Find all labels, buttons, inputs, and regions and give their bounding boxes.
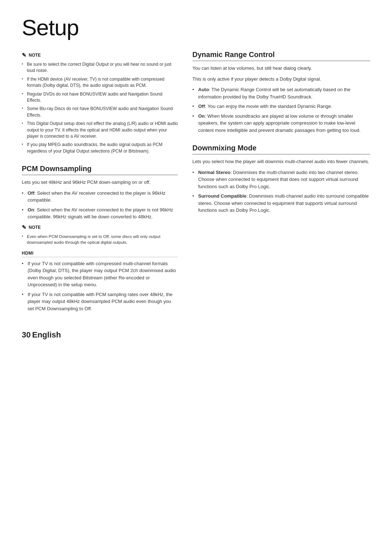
page-title: Setup	[22, 15, 370, 40]
list-item: Even when PCM Downsampling is set to Off…	[22, 234, 178, 246]
hdmi-bullet-list: If your TV is not compatible with compre…	[22, 260, 178, 312]
note-icon: ✎	[22, 52, 26, 58]
dynamic-range-title: Dynamic Range Control	[192, 50, 370, 61]
drc-off-text: : You can enjoy the movie with the stand…	[205, 104, 332, 109]
list-item: If the HDMI device (AV receiver, TV) is …	[22, 76, 178, 89]
dynamic-range-body1: You can listen at low volumes, but still…	[192, 65, 370, 72]
pcm-section-title: PCM Downsampling	[22, 165, 178, 175]
drc-auto-text: : The Dynamic Range Control will be set …	[198, 87, 351, 100]
pcm-note-box: ✎ NOTE Even when PCM Downsampling is set…	[22, 224, 178, 246]
pcm-note-label: ✎ NOTE	[22, 224, 178, 231]
top-note-label: ✎ NOTE	[22, 52, 178, 58]
pcm-on-term: On	[28, 207, 34, 213]
top-note-list: Be sure to select the correct Digital Ou…	[22, 61, 178, 154]
left-column: ✎ NOTE Be sure to select the correct Dig…	[22, 50, 178, 316]
list-item: This Digital Output setup does not effec…	[22, 121, 178, 139]
downmixing-title: Downmixing Mode	[192, 144, 370, 154]
pcm-downsampling-section: PCM Downsampling Lets you set 48kHz and …	[22, 165, 178, 246]
pcm-off-term: Off	[28, 190, 34, 196]
drc-on-text: : When Movie soundtracks are played at l…	[198, 113, 360, 133]
drc-auto-term: Auto	[198, 87, 209, 92]
list-item: Off: You can enjoy the movie with the st…	[192, 103, 370, 110]
downmixing-body: Lets you select how the player will down…	[192, 158, 370, 165]
normal-stereo-term: Normal Stereo	[198, 170, 230, 175]
top-note-box: ✎ NOTE Be sure to select the correct Dig…	[22, 52, 178, 154]
footer-page-number: 30	[22, 330, 30, 339]
dynamic-range-bullet-list: Auto: The Dynamic Range Control will be …	[192, 86, 370, 134]
list-item: If your TV is not compatible with PCM sa…	[22, 291, 178, 312]
downmixing-section: Downmixing Mode Lets you select how the …	[192, 144, 370, 214]
list-item: Be sure to select the correct Digital Ou…	[22, 61, 178, 74]
pcm-bullet-list: Off: Select when the AV receiver connect…	[22, 190, 178, 221]
list-item: Auto: The Dynamic Range Control will be …	[192, 86, 370, 100]
dynamic-range-body2: This is only active if your player detec…	[192, 76, 370, 83]
pcm-note-label-text: NOTE	[29, 225, 41, 230]
list-item: If you play MPEG audio soundtracks, the …	[22, 142, 178, 154]
hdmi-section: HDMI If your TV is not compatible with c…	[22, 251, 178, 312]
list-item: On: When Movie soundtracks are played at…	[192, 113, 370, 134]
note-label-text: NOTE	[29, 53, 41, 58]
surround-compatible-term: Surround Compatible	[198, 193, 246, 199]
footer-label: English	[32, 330, 61, 339]
list-item: Off: Select when the AV receiver connect…	[22, 190, 178, 204]
list-item: Surround Compatible: Downmixes multi-cha…	[192, 193, 370, 214]
pcm-note-icon: ✎	[22, 224, 26, 231]
dynamic-range-section: Dynamic Range Control You can listen at …	[192, 50, 370, 134]
pcm-note-list: Even when PCM Downsampling is set to Off…	[22, 234, 178, 246]
downmixing-bullet-list: Normal Stereo: Downmixes the multi-chann…	[192, 169, 370, 214]
list-item: Regular DVDs do not have BONUSVIEW audio…	[22, 91, 178, 104]
page-footer: 30English	[22, 330, 370, 340]
drc-on-term: On	[198, 113, 205, 119]
list-item: On: Select when the AV receiver connecte…	[22, 206, 178, 221]
list-item: Some Blu-ray Discs do not have BONUSVIEW…	[22, 106, 178, 118]
drc-off-term: Off	[198, 104, 205, 109]
list-item: If your TV is not compatible with compre…	[22, 260, 178, 288]
right-column: Dynamic Range Control You can listen at …	[192, 50, 370, 316]
list-item: Normal Stereo: Downmixes the multi-chann…	[192, 169, 370, 190]
pcm-section-body: Lets you set 48kHz and 96kHz PCM down-sa…	[22, 179, 178, 186]
pcm-on-text: : Select when the AV receiver connected …	[28, 207, 173, 220]
hdmi-label: HDMI	[22, 251, 178, 257]
pcm-off-text: : Select when the AV receiver connected …	[28, 190, 166, 203]
